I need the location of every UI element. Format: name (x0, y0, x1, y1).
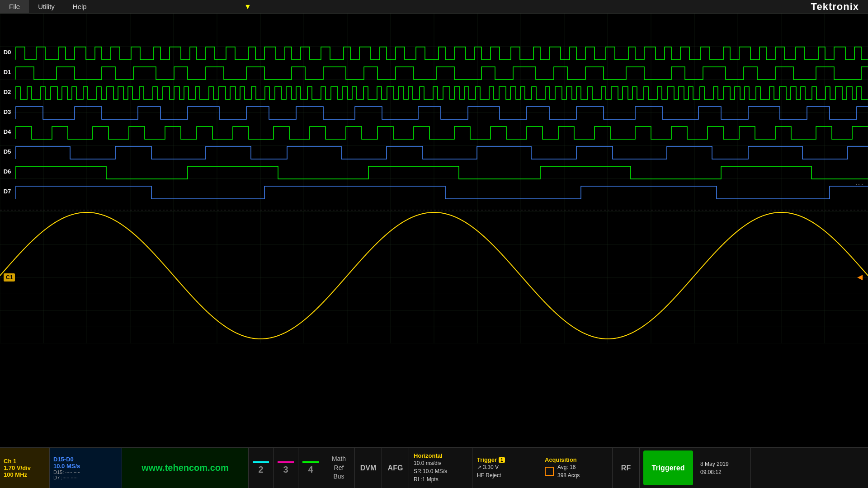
file-menu[interactable]: File (0, 0, 29, 13)
channel-label-d0: D0 (1, 49, 14, 56)
ch2-button[interactable]: 2 (249, 448, 274, 488)
d15-value: D15: ····· ····· (53, 469, 118, 475)
ch1-section[interactable]: Ch 1 1.70 V/div 100 MHz (0, 448, 50, 488)
triggered-label: Triggered (652, 464, 685, 472)
ch2-line (253, 461, 269, 463)
website-section: www.tehencom.com (122, 448, 249, 488)
rf-button[interactable]: RF (613, 448, 640, 488)
waveform-canvas (0, 14, 868, 343)
help-menu[interactable]: Help (64, 0, 96, 13)
trigger-mode: HF Reject (477, 471, 535, 479)
channel-label-d1: D1 (1, 69, 14, 75)
menu-bar: File Utility Help ▼ Tektronix (0, 0, 868, 14)
afg-label: AFG (388, 464, 403, 472)
triggered-button[interactable]: Triggered (643, 450, 693, 485)
time-display: 09:08:12 (700, 468, 747, 476)
acquisition-title: Acquisition (545, 456, 608, 463)
horizontal-title: Horizontal (414, 452, 467, 459)
channel-label-d4: D4 (1, 128, 14, 135)
acquisition-mode: Avg: 16 (557, 463, 580, 471)
horizontal-section[interactable]: Horizontal 10.0 ms/div SR:10.0 MS/s RL:1… (409, 448, 472, 488)
ch2-num: 2 (258, 465, 263, 475)
trigger-title-row: Trigger 1 (477, 456, 535, 463)
dots-menu[interactable]: ⋮ (854, 181, 864, 190)
status-bar: Ch 1 1.70 V/div 100 MHz D15-D0 10.0 MS/s… (0, 447, 868, 488)
math-ref-bus-label: MathRefBus (332, 455, 346, 481)
horizontal-rl: RL:1 Mpts (414, 475, 467, 483)
ch1-bw: 100 MHz (4, 471, 46, 478)
right-arrow-marker: ◄ (855, 272, 864, 282)
acquisition-section[interactable]: Acquisition Avg: 16 398 Acqs (540, 448, 613, 488)
scope-display: D0 D1 D2 D3 D4 D5 D6 D7 C1 ◄ ⋮ (0, 14, 868, 343)
channel-label-d2: D2 (1, 89, 14, 95)
channel-label-d7: D7 (1, 188, 14, 195)
ch4-button[interactable]: 4 (298, 448, 323, 488)
channel-label-d6: D6 (1, 168, 14, 175)
math-ref-bus-button[interactable]: MathRefBus (323, 448, 355, 488)
datetime-section: 8 May 2019 09:08:12 (697, 448, 751, 488)
brand-logo: Tektronix (811, 1, 859, 13)
ch4-line (302, 461, 319, 463)
trigger-title: Trigger (477, 456, 497, 463)
c1-marker: C1 (4, 273, 15, 282)
trigger-slope-row: ↗ 3.30 V (477, 463, 535, 471)
d15-samplerate: 10.0 MS/s (53, 463, 118, 469)
website-url: www.tehencom.com (142, 463, 229, 473)
ch4-num: 4 (308, 465, 313, 475)
acquisition-count: 398 Acqs (557, 471, 580, 479)
horizontal-timediv: 10.0 ms/div (414, 459, 467, 467)
ch1-vdiv: 1.70 V/div (4, 465, 46, 471)
afg-button[interactable]: AFG (382, 448, 409, 488)
trigger-voltage: 3.30 V (483, 464, 499, 470)
trigger-marker: ▼ (244, 0, 251, 13)
ch3-line (278, 461, 294, 463)
acq-color-box (545, 467, 554, 476)
utility-menu[interactable]: Utility (29, 0, 64, 13)
trigger-slope-icon: ↗ (477, 464, 483, 470)
d7-value: D7 :····· ····· (53, 475, 118, 480)
trigger-section[interactable]: Trigger 1 ↗ 3.30 V HF Reject (472, 448, 540, 488)
trigger-badge: 1 (499, 457, 505, 463)
rf-label: RF (621, 464, 631, 472)
d15-section[interactable]: D15-D0 10.0 MS/s D15: ····· ····· D7 :··… (50, 448, 122, 488)
channel-label-d5: D5 (1, 148, 14, 155)
ch3-num: 3 (283, 465, 288, 475)
channel-label-d3: D3 (1, 108, 14, 115)
ch3-button[interactable]: 3 (274, 448, 298, 488)
horizontal-sr: SR:10.0 MS/s (414, 467, 467, 475)
d15-label: D15-D0 (53, 456, 118, 463)
ch1-label: Ch 1 (4, 458, 46, 465)
dvm-button[interactable]: DVM (355, 448, 382, 488)
date-display: 8 May 2019 (700, 460, 747, 468)
dvm-label: DVM (360, 464, 377, 472)
